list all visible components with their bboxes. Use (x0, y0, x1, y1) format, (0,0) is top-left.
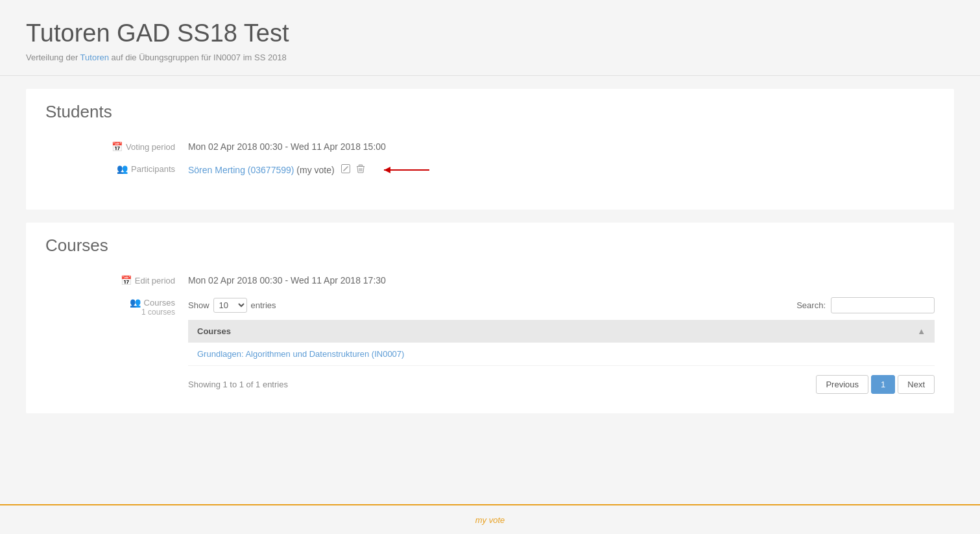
edit-period-label-area: 📅 Edit period (45, 275, 188, 285)
search-label: Search: (796, 300, 826, 310)
calendar-edit-icon: 📅 (121, 275, 132, 285)
participants-row: 👥 Participants Sören Merting (03677599) … (45, 164, 935, 178)
table-head: Courses ▲ (188, 320, 935, 343)
courses-icon: 👥 (130, 297, 141, 308)
header-section: Tutoren GAD SS18 Test Verteilung der Tut… (0, 0, 980, 76)
pagination-row: Showing 1 to 1 of 1 entries Previous 1 N… (188, 375, 935, 394)
pagination-controls: Previous 1 Next (816, 375, 935, 394)
edit-vote-icon[interactable] (341, 164, 350, 175)
calendar-icon: 📅 (112, 141, 123, 152)
edit-period-label: Edit period (135, 276, 175, 285)
delete-vote-icon[interactable] (356, 164, 365, 175)
page-1-button[interactable]: 1 (871, 375, 895, 394)
entries-label: entries (251, 300, 276, 310)
sort-desc-icon[interactable]: ▲ (917, 326, 926, 336)
subtitle: Verteilung der Tutoren auf die Übungsgru… (26, 53, 954, 62)
svg-rect-2 (359, 165, 363, 166)
annotation-arrow (377, 164, 436, 178)
courses-section: Courses 📅 Edit period Mon 02 Apr 2018 00… (26, 223, 954, 413)
participant-name: Sören Merting (03677599) (188, 165, 294, 175)
show-entries-row: Show 10 25 50 100 entries Search: (188, 297, 935, 313)
voting-period-value: Mon 02 Apr 2018 00:30 - Wed 11 Apr 2018 … (188, 141, 386, 152)
page-wrapper: Tutoren GAD SS18 Test Verteilung der Tut… (0, 0, 980, 534)
courses-label-main: 👥 Courses (130, 297, 175, 308)
courses-label-area: 👥 Courses 1 courses (45, 297, 188, 317)
show-entries-left: Show 10 25 50 100 entries (188, 298, 276, 313)
previous-button[interactable]: Previous (816, 375, 868, 394)
voting-period-label-area: 📅 Voting period (45, 141, 188, 152)
my-vote-text: (my vote) (296, 165, 334, 175)
edit-period-row: 📅 Edit period Mon 02 Apr 2018 00:30 - We… (45, 275, 935, 285)
tutoren-link[interactable]: Tutoren (80, 53, 109, 62)
search-input[interactable] (831, 297, 935, 313)
next-button[interactable]: Next (898, 375, 935, 394)
subtitle-prefix: Verteilung der (26, 53, 80, 62)
main-content: Students 📅 Voting period Mon 02 Apr 2018… (0, 76, 980, 504)
participants-value: Sören Merting (03677599) (my vote) (188, 164, 436, 178)
table-header-row: Courses ▲ (188, 320, 935, 343)
show-label: Show (188, 300, 209, 310)
table-row: Grundlagen: Algorithmen und Datenstruktu… (188, 343, 935, 366)
edit-period-value: Mon 02 Apr 2018 00:30 - Wed 11 Apr 2018 … (188, 275, 386, 285)
courses-column-label: Courses (197, 326, 231, 336)
voting-period-row: 📅 Voting period Mon 02 Apr 2018 00:30 - … (45, 141, 935, 152)
subtitle-suffix: auf die Übungsgruppen für IN0007 im SS 2… (109, 53, 287, 62)
students-section-title: Students (45, 102, 935, 128)
course-link[interactable]: Grundlagen: Algorithmen und Datenstruktu… (197, 349, 404, 359)
courses-table: Courses ▲ Grundlagen: Algorithmen und Da… (188, 320, 935, 366)
svg-marker-7 (384, 167, 390, 173)
footer: my vote (0, 504, 980, 534)
participants-icon: 👥 (117, 164, 128, 174)
students-section: Students 📅 Voting period Mon 02 Apr 2018… (26, 89, 954, 210)
courses-column-header: Courses ▲ (188, 320, 935, 343)
participants-label-area: 👥 Participants (45, 164, 188, 174)
courses-count: 1 courses (141, 308, 175, 317)
showing-text: Showing 1 to 1 of 1 entries (188, 380, 288, 389)
page-title: Tutoren GAD SS18 Test (26, 19, 954, 47)
courses-info-row: 👥 Courses 1 courses Show 10 25 50 (45, 297, 935, 394)
participants-label: Participants (131, 164, 175, 174)
courses-content: Show 10 25 50 100 entries Search: (188, 297, 935, 394)
footer-link[interactable]: my vote (475, 515, 505, 525)
course-name-cell[interactable]: Grundlagen: Algorithmen und Datenstruktu… (188, 343, 935, 366)
courses-label: Courses (144, 298, 175, 308)
table-body: Grundlagen: Algorithmen und Datenstruktu… (188, 343, 935, 366)
courses-section-title: Courses (45, 236, 935, 262)
entries-select[interactable]: 10 25 50 100 (213, 298, 247, 313)
voting-period-label: Voting period (126, 142, 175, 152)
search-area: Search: (796, 297, 935, 313)
